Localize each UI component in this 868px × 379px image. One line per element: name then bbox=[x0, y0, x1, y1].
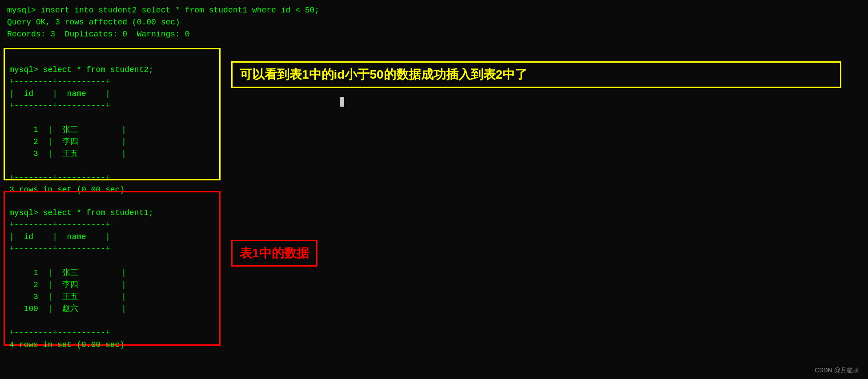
yellow-annotation: 可以看到表1中的id小于50的数据成功插入到表2中了 bbox=[231, 61, 841, 88]
watermark: CSDN @月临水 bbox=[815, 367, 859, 375]
yellow-annotation-text: 可以看到表1中的id小于50的数据成功插入到表2中了 bbox=[240, 68, 527, 81]
student2-output: mysql> select * from student2; +--------… bbox=[9, 52, 215, 208]
student2-cmd: mysql> select * from student2; bbox=[9, 65, 153, 74]
result-line-1: Query OK, 3 rows affected (0.00 sec) bbox=[7, 16, 861, 28]
cursor bbox=[340, 97, 344, 107]
cmd-line-1: mysql> insert into student2 select * fro… bbox=[7, 4, 861, 16]
student1-section: mysql> select * from student1; +--------… bbox=[4, 191, 221, 346]
student1-output: mysql> select * from student1; +--------… bbox=[9, 195, 215, 363]
red-annotation-text: 表1中的数据 bbox=[240, 246, 309, 260]
student2-section: mysql> select * from student2; +--------… bbox=[4, 48, 221, 180]
red-annotation: 表1中的数据 bbox=[231, 240, 317, 267]
result-line-2: Records: 3 Duplicates: 0 Warnings: 0 bbox=[7, 28, 861, 40]
student1-cmd: mysql> select * from student1; bbox=[9, 208, 153, 217]
